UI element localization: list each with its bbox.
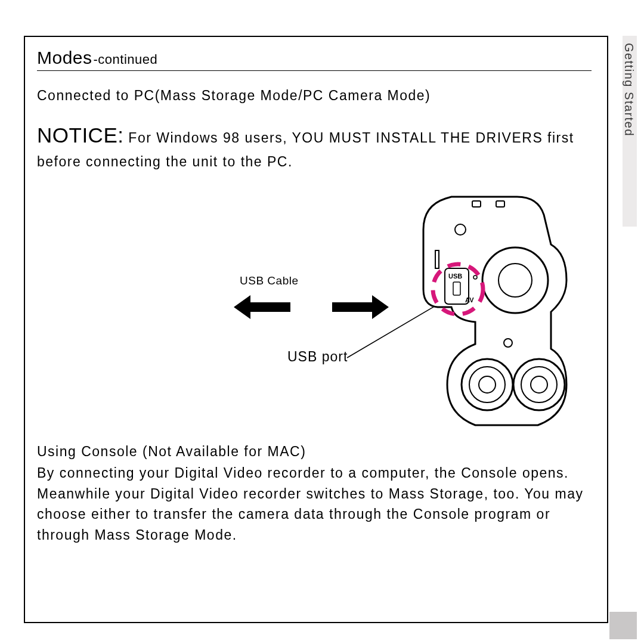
port-label-usb: USB [448, 273, 462, 280]
side-tab-label: Getting Started [622, 43, 636, 137]
usb-port-label: USB port [287, 349, 348, 365]
page-content: Modes -continued Connected to PC(Mass St… [37, 48, 597, 545]
connection-mode-subheading: Connected to PC(Mass Storage Mode/PC Cam… [37, 88, 597, 104]
port-label-av: AV [465, 296, 474, 304]
heading-main: Modes [37, 48, 92, 68]
manual-page: Getting Started Modes -continued Connect… [0, 0, 644, 644]
console-title: Using Console (Not Available for MAC) [37, 441, 592, 462]
svg-marker-0 [234, 295, 290, 319]
camera-device-icon: USB AV [419, 194, 568, 429]
console-section: Using Console (Not Available for MAC) By… [37, 441, 592, 546]
notice-block: NOTICE: For Windows 98 users, YOU MUST I… [37, 119, 592, 173]
section-heading: Modes -continued [37, 48, 592, 71]
notice-word: NOTICE: [37, 123, 123, 147]
svg-point-4 [499, 264, 532, 297]
usb-diagram: USB Cable USB port [37, 191, 592, 441]
svg-rect-17 [453, 282, 460, 295]
page-corner-block [609, 612, 637, 639]
usb-cable-label: USB Cable [240, 274, 299, 287]
heading-continued: -continued [94, 52, 158, 67]
console-body: By connecting your Digital Video recorde… [37, 463, 592, 545]
